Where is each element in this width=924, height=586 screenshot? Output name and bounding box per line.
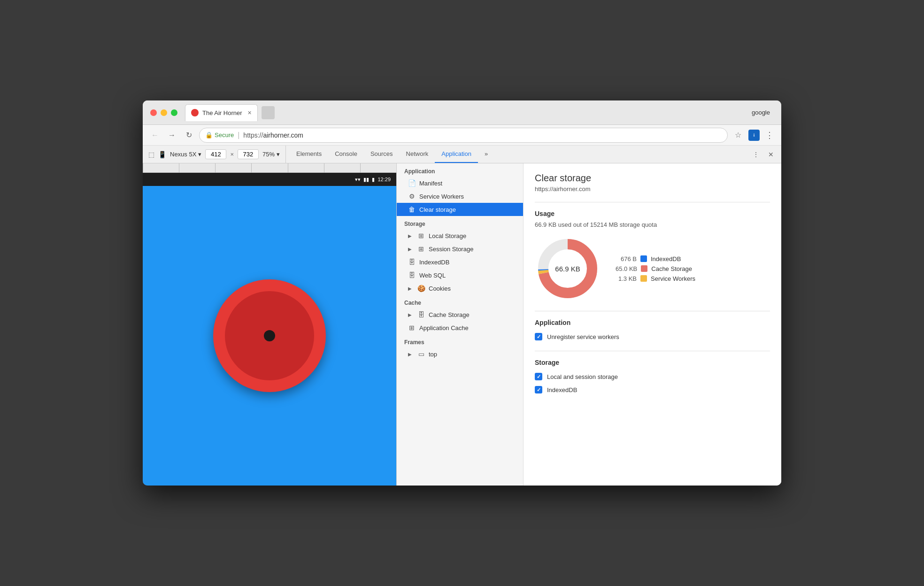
legend-color-service-workers (640, 275, 647, 282)
storage-section-title: Storage (535, 359, 770, 366)
devtools-kebab-button[interactable]: ⋮ (749, 148, 762, 161)
user-profile-label: google (752, 109, 770, 116)
sidebar-item-web-sql[interactable]: 🗄 Web SQL (397, 269, 523, 282)
browser-window: The Air Horner × google ← → ↻ 🔒 Secure |… (143, 100, 781, 486)
checkbox-indexeddb[interactable] (535, 386, 542, 393)
active-tab[interactable]: The Air Horner × (185, 104, 258, 121)
url-divider: | (238, 131, 239, 139)
sidebar-item-cache-storage[interactable]: ▶ 🗄 Cache Storage (397, 308, 523, 321)
time-display: 12:29 (377, 177, 391, 182)
kebab-icon: ⋮ (765, 131, 774, 140)
checkbox-local-session[interactable] (535, 373, 542, 380)
devtools-close-button[interactable]: ✕ (764, 148, 778, 161)
donut-chart: 66.9 KB (535, 236, 601, 301)
sidebar-item-indexeddb[interactable]: 🗄 IndexedDB (397, 255, 523, 269)
tab-console[interactable]: Console (328, 146, 364, 163)
new-tab-button[interactable] (262, 106, 275, 119)
tab-close-icon[interactable]: × (248, 109, 252, 116)
sidebar-item-manifest[interactable]: 📄 Manifest (397, 177, 523, 190)
sidebar-item-service-workers-label: Service Workers (419, 193, 516, 200)
usage-section-title: Usage (535, 210, 770, 217)
tab-elements[interactable]: Elements (290, 146, 328, 163)
device-chevron: ▾ (198, 151, 201, 158)
frame-icon: ▭ (417, 350, 425, 358)
reload-icon: ↻ (186, 131, 192, 139)
checkbox-service-workers-label: Unregister service workers (547, 333, 619, 340)
lock-icon: 🔒 (205, 131, 213, 139)
close-button[interactable] (150, 109, 157, 116)
arrow-icon: ▶ (408, 233, 414, 239)
legend-label-indexeddb: IndexedDB (651, 255, 681, 262)
ruler-mark (324, 163, 360, 173)
ruler-mark (215, 163, 251, 173)
indexeddb-icon: 🗄 (408, 258, 416, 266)
sidebar-item-cache-storage-label: Cache Storage (429, 311, 516, 318)
sidebar-item-manifest-label: Manifest (419, 180, 516, 187)
inspect-icon: ⬚ (148, 151, 154, 158)
tab-network[interactable]: Network (400, 146, 435, 163)
maximize-button[interactable] (171, 109, 177, 116)
dimension-separator: × (230, 151, 234, 158)
tab-application[interactable]: Application (435, 146, 478, 163)
sidebar-item-application-cache[interactable]: ⊞ Application Cache (397, 321, 523, 334)
back-button[interactable]: ← (148, 129, 162, 142)
devtools-tabs: Elements Console Sources Network Applica… (286, 146, 498, 163)
signal-icon: ▮▮ (363, 177, 369, 183)
sidebar-item-service-workers[interactable]: ⚙ Service Workers (397, 190, 523, 203)
ruler-mark (143, 163, 179, 173)
sidebar-section-frames: Frames (397, 334, 523, 347)
legend-item-service-workers: 1.3 KB Service Workers (616, 275, 695, 282)
legend-item-cache-storage: 65.0 KB Cache Storage (616, 265, 695, 272)
zoom-value: 75% (262, 151, 275, 158)
url-bar[interactable]: 🔒 Secure | https://airhorner.com (199, 128, 728, 143)
usage-text: 66.9 KB used out of 15214 MB storage quo… (535, 221, 770, 228)
panel-divider-3 (535, 351, 770, 351)
device-selector[interactable]: Nexus 5X ▾ (170, 151, 201, 158)
arrow-icon: ▶ (408, 352, 414, 357)
minimize-button[interactable] (161, 109, 167, 116)
url-text: https://airhorner.com (243, 131, 303, 139)
legend-color-cache-storage (641, 265, 647, 272)
sidebar-item-cookies[interactable]: ▶ 🍪 Cookies (397, 282, 523, 295)
back-icon: ← (151, 131, 159, 139)
height-input[interactable] (238, 149, 259, 159)
phone-screen: ▾▾ ▮▮ ▮ 12:29 (143, 173, 396, 486)
gear-icon: ⚙ (408, 193, 416, 200)
sidebar-item-cookies-label: Cookies (429, 285, 516, 292)
tab-sources[interactable]: Sources (364, 146, 400, 163)
status-bar: ▾▾ ▮▮ ▮ 12:29 (143, 173, 396, 186)
sidebar-item-clear-storage[interactable]: 🗑 Clear storage (397, 203, 523, 216)
sidebar-item-session-storage[interactable]: ▶ ⊞ Session Storage (397, 242, 523, 255)
secure-label: Secure (215, 131, 234, 139)
ruler-marks (143, 163, 396, 173)
width-input[interactable] (205, 149, 226, 159)
vinyl-record (213, 279, 326, 392)
sidebar-item-local-storage[interactable]: ▶ ⊞ Local Storage (397, 229, 523, 242)
panel-divider-2 (535, 311, 770, 311)
bookmark-button[interactable]: ☆ (732, 129, 745, 142)
legend-label-cache-storage: Cache Storage (651, 265, 692, 272)
sidebar-item-top[interactable]: ▶ ▭ top (397, 347, 523, 361)
url-domain: airhorner.com (263, 131, 303, 139)
devtools-sidebar: Application 📄 Manifest ⚙ Service Workers… (397, 163, 524, 486)
tab-favicon (191, 109, 199, 116)
sidebar-item-indexeddb-label: IndexedDB (419, 259, 516, 266)
panel-divider-1 (535, 202, 770, 202)
address-bar: ← → ↻ 🔒 Secure | https://airhorner.com ☆… (143, 125, 781, 146)
forward-button[interactable]: → (165, 129, 178, 142)
legend-value-service-workers: 1.3 KB (616, 275, 637, 282)
title-bar: The Air Horner × google (143, 100, 781, 125)
tab-more[interactable]: » (478, 146, 494, 163)
donut-legend: 676 B IndexedDB 65.0 KB Cache Storage 1.… (616, 255, 695, 282)
checkbox-local-session-label: Local and session storage (547, 373, 618, 380)
sidebar-item-application-cache-label: Application Cache (419, 324, 516, 332)
checkbox-row-indexeddb: IndexedDB (535, 383, 770, 396)
checkbox-service-workers[interactable] (535, 333, 542, 340)
extension-icon: i (748, 130, 760, 141)
zoom-selector[interactable]: 75% ▾ (262, 151, 280, 158)
device-toggle-icon: 📱 (158, 151, 166, 158)
sidebar-item-local-storage-label: Local Storage (429, 232, 516, 239)
reload-button[interactable]: ↻ (182, 129, 195, 142)
donut-center-label: 66.9 KB (555, 265, 580, 273)
browser-menu-button[interactable]: ⋮ (763, 128, 776, 142)
